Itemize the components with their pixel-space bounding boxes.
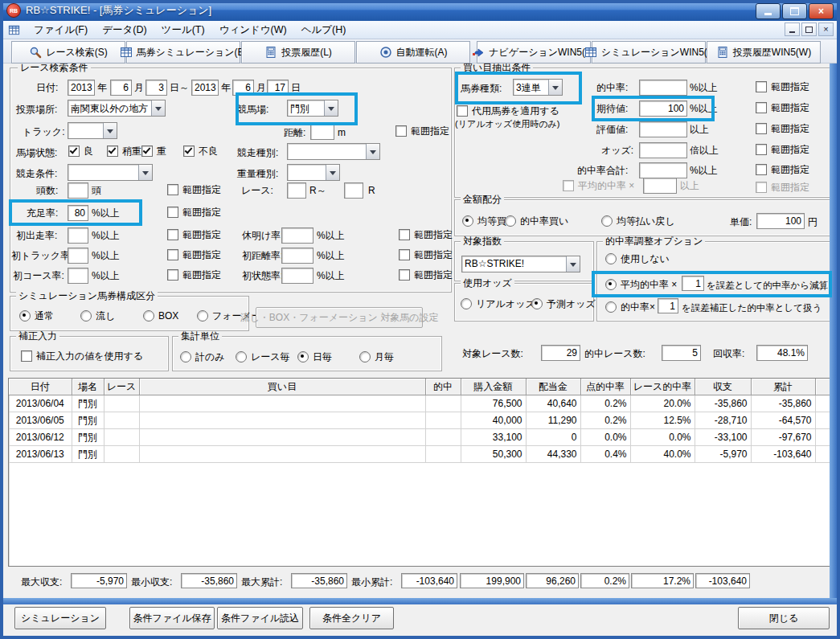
date-day2-field[interactable]: 17	[267, 80, 289, 96]
minimize-button[interactable]	[756, 3, 781, 19]
column-header[interactable]: 点的中率	[580, 379, 630, 395]
mdi-close-button[interactable]: ×	[818, 23, 834, 36]
chevron-down-icon[interactable]	[138, 165, 152, 180]
menu-data[interactable]: データ(D)	[95, 22, 154, 39]
mdi-restore-button[interactable]	[801, 23, 817, 36]
title-bar[interactable]: RB RB☆STRIKE! - [馬券シミュレーション] ×	[0, 0, 840, 21]
real-odds-radio[interactable]: リアルオッズ	[461, 298, 535, 309]
per-day-radio[interactable]: 日毎	[297, 351, 332, 363]
race-type-combo[interactable]	[287, 143, 380, 160]
first-run-range-checkbox[interactable]: 範囲指定	[167, 229, 221, 240]
weight-combo[interactable]	[287, 164, 340, 181]
menu-file[interactable]: ファイル(F)	[27, 22, 95, 39]
heads-field[interactable]	[68, 182, 88, 199]
chevron-down-icon[interactable]	[548, 80, 562, 95]
target-index-combo[interactable]: RB☆STRIKE!	[461, 256, 580, 272]
box-radio[interactable]: BOX	[143, 310, 178, 322]
chevron-down-icon[interactable]	[324, 100, 338, 116]
results-table[interactable]: 日付場名レース買い目的中購入金額配当金点的中率レース的中率収支累計2013/06…	[8, 378, 832, 567]
table-row[interactable]: 2013/06/13門別50,30044,3300.4%40.0%-5,970-…	[9, 446, 831, 463]
unit-price-field[interactable]: 100	[756, 213, 805, 229]
vote-history-button[interactable]: 投票履歴(L)	[241, 41, 355, 63]
nagashi-radio[interactable]: 流し	[80, 310, 115, 322]
hit-sum-range-checkbox[interactable]: 範囲指定	[756, 164, 809, 175]
menu-help[interactable]: ヘルプ(H)	[294, 22, 354, 39]
distance-range-checkbox[interactable]: 範囲指定	[395, 125, 449, 137]
chevron-down-icon[interactable]	[151, 100, 165, 116]
chevron-down-icon[interactable]	[566, 256, 580, 272]
adjust-hit-field[interactable]: 1	[658, 298, 678, 313]
evaluation-field[interactable]	[639, 121, 687, 137]
equal-payout-radio[interactable]: 均等払い戻し	[601, 215, 675, 227]
adjust-avg-radio[interactable]: 平均的中率 ×	[605, 279, 677, 290]
distance-field[interactable]	[310, 124, 334, 140]
date-month2-field[interactable]: 6	[232, 80, 254, 96]
column-header[interactable]: 日付	[9, 379, 72, 395]
first-dist-range-checkbox[interactable]: 範囲指定	[399, 249, 453, 260]
maximize-button[interactable]	[782, 3, 807, 19]
bet-simulation-button[interactable]: 馬券シミュレーション(B)	[126, 41, 240, 63]
menu-tools[interactable]: ツール(T)	[154, 22, 212, 39]
adjust-hit-radio[interactable]: 的中率×	[605, 301, 655, 313]
track-combo[interactable]	[68, 122, 117, 139]
first-course-field[interactable]	[68, 268, 88, 284]
cond-bad-checkbox[interactable]: 不良	[183, 145, 218, 157]
cond-heavy-checkbox[interactable]: 重	[141, 145, 166, 157]
close-button[interactable]: ×	[809, 3, 834, 19]
evaluation-range-checkbox[interactable]: 範囲指定	[756, 123, 809, 134]
cond-good-checkbox[interactable]: 良	[68, 145, 93, 157]
first-state-field[interactable]	[281, 268, 313, 284]
hit-rate-range-checkbox[interactable]: 範囲指定	[756, 81, 809, 92]
per-race-radio[interactable]: レース毎	[236, 351, 290, 363]
first-dist-field[interactable]	[281, 248, 313, 264]
column-header[interactable]: 買い目	[139, 379, 425, 395]
vote-history-win5-button[interactable]: 投票履歴WIN5(W)	[707, 41, 821, 63]
column-header[interactable]: 場名	[72, 379, 104, 395]
simulation-win5-button[interactable]: シミュレーションWIN5(I)	[592, 41, 706, 63]
column-header[interactable]: レース的中率	[630, 379, 695, 395]
substitute-ticket-checkbox[interactable]: 代用馬券を適用する	[457, 105, 559, 117]
close-dialog-button[interactable]: 閉じる	[738, 607, 830, 629]
table-row[interactable]: 2013/06/04門別76,50040,6400.2%20.0%-35,860…	[9, 395, 831, 412]
expectation-range-checkbox[interactable]: 範囲指定	[756, 102, 809, 113]
race-cond-combo[interactable]	[68, 164, 153, 181]
sufficiency-range-checkbox[interactable]: 範囲指定	[167, 207, 221, 218]
table-row[interactable]: 2013/06/05門別40,00011,2900.2%12.5%-28,710…	[9, 412, 831, 429]
chevron-down-icon[interactable]	[366, 144, 379, 159]
odds-range-checkbox[interactable]: 範囲指定	[756, 144, 809, 155]
total-only-radio[interactable]: 計のみ	[180, 351, 225, 363]
column-header[interactable]: 収支	[695, 379, 751, 395]
hit-rate-field[interactable]	[639, 80, 687, 96]
auto-run-button[interactable]: 自動運転(A)	[356, 41, 470, 63]
chevron-down-icon[interactable]	[103, 123, 117, 138]
per-month-radio[interactable]: 月毎	[359, 351, 394, 363]
date-year1-field[interactable]: 2013	[68, 80, 95, 96]
heads-range-checkbox[interactable]: 範囲指定	[167, 184, 221, 195]
date-month1-field[interactable]: 6	[110, 80, 132, 96]
cond-slightly-heavy-checkbox[interactable]: 稍重	[107, 145, 141, 157]
hit-sum-field[interactable]	[639, 162, 687, 178]
column-header[interactable]: 的中	[425, 379, 461, 395]
race-search-button[interactable]: レース検索(S)	[11, 41, 125, 63]
first-track-field[interactable]	[68, 248, 88, 264]
clear-condition-button[interactable]: 条件全クリア	[309, 607, 394, 629]
hit-rate-buy-radio[interactable]: 的中率買い	[505, 215, 568, 227]
use-correction-checkbox[interactable]: 補正入力の値を使用する	[21, 350, 143, 362]
rest-field[interactable]	[281, 227, 313, 244]
rest-range-checkbox[interactable]: 範囲指定	[399, 229, 453, 240]
adjust-avg-field[interactable]: 1	[682, 276, 704, 291]
sufficiency-field[interactable]: 80	[68, 205, 88, 221]
menu-window[interactable]: ウィンドウ(W)	[212, 22, 294, 39]
navigation-win5-button[interactable]: ナビゲーションWIN5(N)	[477, 41, 591, 63]
table-row[interactable]: 2013/06/12門別33,10000.0%0.0%-33,100-97,67…	[9, 429, 831, 446]
first-state-range-checkbox[interactable]: 範囲指定	[399, 269, 453, 281]
raceno-to-field[interactable]	[344, 182, 363, 199]
first-run-field[interactable]	[68, 227, 88, 244]
chevron-down-icon[interactable]	[326, 165, 339, 180]
raceno-from-field[interactable]	[287, 182, 306, 199]
first-track-range-checkbox[interactable]: 範囲指定	[167, 249, 221, 260]
date-day1-field[interactable]: 3	[145, 80, 167, 96]
adjust-none-radio[interactable]: 使用しない	[605, 253, 670, 264]
expectation-field[interactable]: 100	[639, 100, 687, 117]
course-combo[interactable]: 門別	[287, 100, 338, 117]
